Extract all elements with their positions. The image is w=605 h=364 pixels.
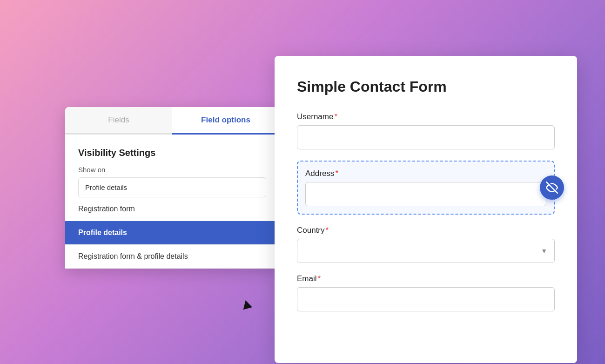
address-input[interactable] [305, 182, 546, 206]
right-panel: Simple Contact Form Username* Address* C… [275, 56, 577, 363]
country-field: Country* ▼ [297, 226, 555, 263]
email-field: Email* [297, 274, 555, 311]
address-label: Address* [305, 169, 546, 178]
tab-bar: Fields Field options [65, 107, 279, 135]
visibility-settings-title: Visibility Settings [78, 148, 266, 158]
username-input[interactable] [297, 125, 555, 149]
dropdown-item-registration-form[interactable]: Registration form [65, 197, 279, 221]
form-title: Simple Contact Form [297, 78, 555, 95]
username-label: Username* [297, 112, 555, 121]
toggle-visibility-button[interactable] [540, 175, 564, 200]
dropdown-list: Registration form Profile details Regist… [65, 197, 279, 269]
tab-fields[interactable]: Fields [65, 107, 172, 135]
email-required-star: * [318, 274, 321, 283]
email-input[interactable] [297, 287, 555, 311]
left-panel: Fields Field options Visibility Settings… [65, 107, 279, 269]
show-on-input[interactable] [78, 177, 266, 197]
country-select-wrapper: ▼ [297, 239, 555, 263]
username-required-star: * [334, 112, 337, 121]
dropdown-item-profile-details[interactable]: Profile details [65, 221, 279, 245]
tab-field-options[interactable]: Field options [172, 107, 279, 135]
username-field: Username* [297, 112, 555, 149]
cursor-pointer [241, 299, 252, 310]
dropdown-item-registration-form-profile[interactable]: Registration form & profile details [65, 245, 279, 269]
panel-body: Visibility Settings Show on [65, 135, 279, 197]
country-select[interactable] [297, 239, 555, 263]
address-required-star: * [335, 169, 338, 178]
eye-slash-icon [546, 182, 558, 194]
email-label: Email* [297, 274, 555, 283]
show-on-label: Show on [78, 166, 266, 174]
country-label: Country* [297, 226, 555, 235]
address-field-wrapper: Address* [297, 161, 555, 215]
country-required-star: * [326, 226, 329, 235]
